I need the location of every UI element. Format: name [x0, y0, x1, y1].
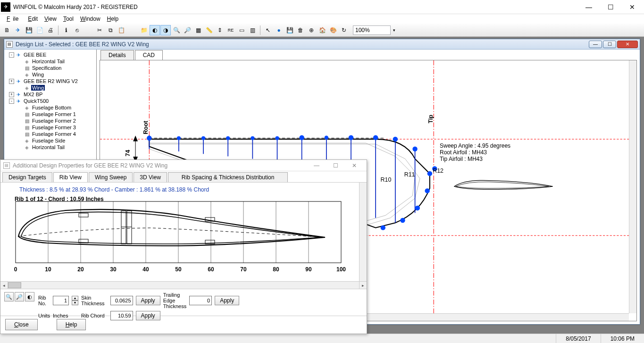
props-titlebar[interactable]: ▤ Additional Design Properties for GEE B… [0, 160, 367, 171]
exit-icon[interactable]: ⎋ [72, 25, 82, 35]
zoom-select[interactable] [353, 25, 391, 35]
rib-no-spinner[interactable]: ▲▼ [72, 296, 78, 305]
tree-item[interactable]: ◈Fuselage Side [5, 137, 95, 144]
tree-item[interactable]: ▤Fuselage Former 4 [5, 131, 95, 137]
paste-icon[interactable]: 📋 [116, 25, 126, 35]
zoom-in-icon[interactable]: 🔍 [4, 292, 14, 301]
scroll-right-icon[interactable]: ▸ [359, 282, 367, 289]
dimv-icon[interactable]: ⇕ [215, 25, 225, 35]
mdi-minimize-button[interactable]: — [589, 41, 602, 48]
airfoil-icon[interactable]: ◐ [25, 292, 34, 301]
airfoil2-icon[interactable]: ◑ [160, 25, 171, 35]
info-icon[interactable]: ℹ [61, 25, 71, 35]
palette-icon[interactable]: 🎨 [328, 25, 338, 35]
tree-item[interactable]: +✈MX2 BP [5, 91, 95, 98]
svg-rect-54 [79, 213, 88, 217]
node-icon[interactable]: ● [274, 25, 284, 35]
units-label: Units [38, 313, 50, 318]
search-icon[interactable]: 🔍 [171, 25, 182, 35]
tree-label: Fuselage Former 4 [31, 131, 77, 137]
tree-item[interactable]: +✈GEE BEE R2 WING V2 [5, 78, 95, 84]
apply-skin-button[interactable]: Apply [136, 296, 160, 305]
tree-expander-icon[interactable]: - [9, 99, 14, 104]
menu-view[interactable]: View [42, 15, 59, 23]
tab-design-targets[interactable]: Design Targets [2, 172, 52, 182]
print-icon[interactable]: 🖨 [45, 25, 56, 35]
tree-item[interactable]: ▤Fuselage Former 2 [5, 117, 95, 124]
tree-item[interactable]: -✈GEE BEE [5, 51, 95, 58]
list-icon[interactable]: 📄 [34, 25, 45, 35]
cad-scrollbar-vertical[interactable] [629, 60, 636, 313]
props-scrollbar-horizontal[interactable]: ◂ ▸ [0, 282, 367, 289]
house-icon[interactable]: 🏠 [317, 25, 327, 35]
new-icon[interactable]: 🗎 [2, 25, 12, 35]
zoom-out-icon[interactable]: 🔎 [15, 292, 24, 301]
rib-chord-input[interactable] [110, 311, 133, 320]
ruler-icon[interactable]: 📏 [204, 25, 214, 35]
folder-icon[interactable]: 📁 [139, 25, 149, 35]
tree-expander-icon[interactable]: + [9, 92, 14, 97]
scroll-thumb[interactable] [8, 282, 21, 288]
close-button[interactable]: ✕ [621, 0, 643, 14]
mdi-close-button[interactable]: ✕ [617, 41, 638, 48]
menu-tool[interactable]: Tool [60, 15, 76, 23]
props-minimize-button[interactable]: — [307, 160, 326, 171]
apply-te-button[interactable]: Apply [215, 296, 239, 305]
copy-icon[interactable]: ⧉ [105, 25, 116, 35]
tree-expander-icon[interactable]: - [9, 52, 14, 58]
tab-cad[interactable]: CAD [135, 50, 163, 60]
props-maximize-button[interactable]: ☐ [326, 160, 345, 171]
p2-icon[interactable]: ▥ [247, 25, 258, 35]
minimize-button[interactable]: — [578, 0, 600, 14]
tree-item[interactable]: ◈Horizontal Tail [5, 58, 95, 65]
target-icon[interactable]: ⊕ [306, 25, 317, 35]
menu-edit[interactable]: Edit [25, 15, 41, 23]
menu-file[interactable]: File [4, 15, 24, 23]
tree-item[interactable]: -✈QuickT500 [5, 98, 95, 104]
rib-view-canvas[interactable]: Thickness : 8.5 % at 28.93 % Chord - Cam… [0, 183, 367, 282]
tree-item[interactable]: ◈Wing [5, 71, 95, 78]
refresh-icon[interactable]: ↻ [339, 25, 349, 35]
re-icon[interactable]: RE [226, 25, 236, 35]
close-button[interactable]: Close [5, 319, 38, 330]
tab-rib-spacing[interactable]: Rib Spacing & Thickness Distribution [168, 172, 288, 182]
apply-chord-button[interactable]: Apply [136, 311, 160, 320]
airfoil1-icon[interactable]: ◐ [150, 25, 160, 35]
tab-3d-view[interactable]: 3D View [134, 172, 167, 182]
tab-wing-sweep[interactable]: Wing Sweep [89, 172, 133, 182]
design-list-titlebar[interactable]: ▤ Design List - Selected : GEE BEE R2 WI… [4, 39, 640, 50]
cut-icon[interactable]: ✂ [94, 25, 105, 35]
tree-item[interactable]: ◈Horizontal Tail [5, 144, 95, 151]
tab-rib-view[interactable]: Rib View [53, 172, 88, 182]
tree-expander-icon[interactable]: + [9, 79, 14, 84]
mdi-maximize-button[interactable]: ☐ [603, 41, 616, 48]
delete-icon[interactable]: 🗑 [295, 25, 306, 35]
menu-window[interactable]: Window [77, 15, 103, 23]
skin-thickness-input[interactable] [110, 296, 133, 305]
svg-point-29 [427, 171, 432, 176]
save-icon[interactable]: 💾 [24, 25, 34, 35]
zoom-icon[interactable]: 🔎 [182, 25, 192, 35]
tab-details[interactable]: Details [100, 50, 134, 60]
svg-text:R12: R12 [433, 167, 443, 174]
te-thickness-input[interactable] [189, 296, 212, 305]
props-close-button[interactable]: ✕ [345, 160, 364, 171]
dropdown-arrow-icon[interactable]: ▾ [393, 28, 395, 33]
grid-icon[interactable]: ▦ [193, 25, 203, 35]
tree-item[interactable]: ▤Fuselage Former 3 [5, 124, 95, 131]
svg-text:90: 90 [305, 266, 312, 273]
p1-icon[interactable]: ▭ [236, 25, 247, 35]
wing-icon[interactable]: ✈ [13, 25, 23, 35]
tree-item[interactable]: ▤Specification [5, 65, 95, 71]
help-button[interactable]: Help [57, 319, 86, 330]
tree-item[interactable]: ◈Wing [5, 84, 95, 91]
save2-icon[interactable]: 💾 [284, 25, 295, 35]
tree-item[interactable]: ▤Fuselage Former 1 [5, 111, 95, 117]
scroll-left-icon[interactable]: ◂ [0, 282, 8, 289]
rib-no-input[interactable] [53, 296, 69, 305]
pointer-icon[interactable]: ↖ [263, 25, 273, 35]
menu-help[interactable]: Help [104, 15, 122, 23]
rib-scrollbar-vertical[interactable] [359, 183, 367, 281]
tree-item[interactable]: ◈Fuselage Bottom [5, 104, 95, 111]
maximize-button[interactable]: ☐ [600, 0, 621, 14]
